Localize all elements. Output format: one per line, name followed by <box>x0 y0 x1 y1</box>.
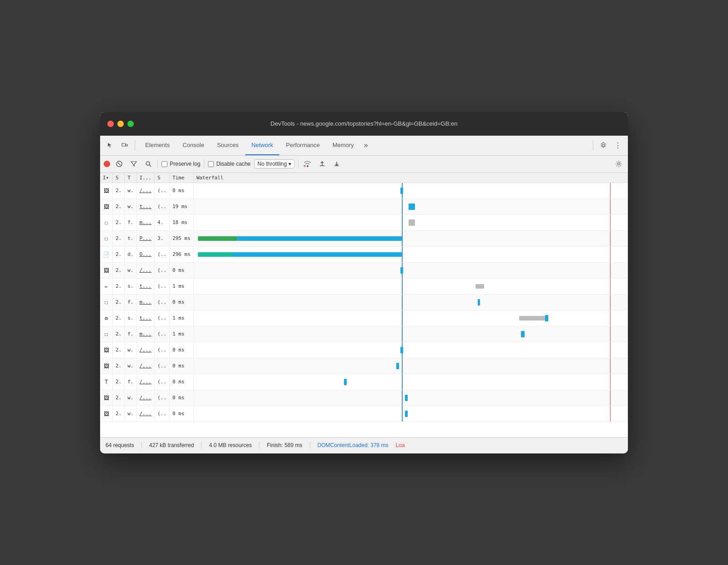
table-row[interactable]: ☐2.f.m...4.18 ms <box>100 214 628 230</box>
row-status: 2. <box>113 342 125 358</box>
cursor-tool-button[interactable] <box>104 139 116 152</box>
col-time[interactable]: Time <box>169 173 193 183</box>
tab-elements[interactable]: Elements <box>139 135 176 155</box>
col-status[interactable]: S <box>113 173 125 183</box>
load-line <box>610 247 611 262</box>
more-options-button[interactable]: ⋮ <box>612 139 624 152</box>
row-status: 2. <box>113 230 125 246</box>
table-row[interactable]: ☐2.f.m...(..1 ms <box>100 326 628 342</box>
waterfall-bar <box>400 188 403 194</box>
tab-console[interactable]: Console <box>176 135 211 155</box>
svg-line-3 <box>118 163 121 165</box>
table-row[interactable]: ☐2.t.P...3.295 ms <box>100 230 628 246</box>
row-initiator: t... <box>136 310 155 326</box>
disable-cache-checkbox[interactable]: Disable cache <box>208 161 250 167</box>
device-toggle-button[interactable] <box>118 139 131 152</box>
row-icon: 🖼 <box>100 390 113 406</box>
table-row[interactable]: 🖼2.w./...(..0 ms <box>100 342 628 358</box>
preserve-log-checkbox[interactable]: Preserve log <box>162 161 200 167</box>
row-waterfall <box>193 358 627 374</box>
row-size: (.. <box>155 406 170 422</box>
load-line <box>610 342 611 358</box>
row-type: d. <box>125 246 136 262</box>
waterfall-bar <box>521 331 525 337</box>
row-type: w. <box>125 406 136 422</box>
row-status: 2. <box>113 406 125 422</box>
row-initiator: m... <box>136 326 155 342</box>
row-icon: ⚙ <box>100 310 113 326</box>
upload-icon[interactable] <box>317 158 328 169</box>
row-icon: ☐ <box>100 214 113 230</box>
row-status: 2. <box>113 278 125 294</box>
waterfall-bar <box>475 284 484 289</box>
tab-sources[interactable]: Sources <box>211 135 245 155</box>
minimize-button[interactable] <box>117 121 124 127</box>
table-row[interactable]: 📄2.d.O...(..296 ms <box>100 246 628 262</box>
row-size: (.. <box>155 183 170 199</box>
row-icon: 🖼 <box>100 262 113 278</box>
row-size: (.. <box>155 199 170 214</box>
row-icon: ☐ <box>100 230 113 246</box>
table-row[interactable]: ⚙2.s.t...(..1 ms <box>100 310 628 326</box>
settings-button[interactable] <box>597 139 610 152</box>
table-row[interactable]: T2.f./...(..0 ms <box>100 374 628 390</box>
row-icon: 🖼 <box>100 358 113 374</box>
maximize-button[interactable] <box>127 121 134 127</box>
table-row[interactable]: 🖼2.w./...(..0 ms <box>100 390 628 406</box>
load-line <box>610 231 611 246</box>
tab-performance[interactable]: Performance <box>279 135 326 155</box>
table-row[interactable]: 🖼2.w./...(..0 ms <box>100 183 628 199</box>
table-row[interactable]: 🖼2.w./...(..0 ms <box>100 406 628 422</box>
clear-button[interactable] <box>114 158 125 169</box>
waterfall-bar <box>396 363 399 369</box>
row-status: 2. <box>113 374 125 390</box>
dom-line <box>402 390 403 406</box>
tab-network[interactable]: Network <box>245 135 280 155</box>
row-time: 1 ms <box>169 326 193 342</box>
row-waterfall <box>193 278 627 294</box>
download-icon[interactable] <box>331 158 342 169</box>
row-icon: 🖼 <box>100 183 113 199</box>
load-line <box>610 295 611 310</box>
table-row[interactable]: 🖼2.w.t...(..19 ms <box>100 199 628 214</box>
close-button[interactable] <box>107 121 114 127</box>
col-waterfall[interactable]: Waterfall <box>193 173 627 183</box>
svg-point-8 <box>618 163 620 165</box>
row-time: 295 ms <box>169 230 193 246</box>
wifi-icon[interactable] <box>302 158 313 169</box>
row-status: 2. <box>113 183 125 199</box>
throttle-select[interactable]: No throttling ▾ <box>254 159 295 168</box>
waterfall-bar <box>233 252 402 257</box>
row-initiator: m... <box>136 294 155 310</box>
col-initiator[interactable]: I... <box>136 173 155 183</box>
tab-memory[interactable]: Memory <box>326 135 360 155</box>
table-row[interactable]: ✏2.s.t...(..1 ms <box>100 278 628 294</box>
row-initiator: /... <box>136 390 155 406</box>
row-type: f. <box>125 294 136 310</box>
table-row[interactable]: 🖼2.w./...(..0 ms <box>100 358 628 374</box>
waterfall-bar <box>409 219 415 226</box>
dom-line <box>402 326 403 342</box>
row-waterfall <box>193 326 627 342</box>
row-initiator: m... <box>136 214 155 230</box>
row-icon: T <box>100 374 113 390</box>
row-time: 19 ms <box>169 199 193 214</box>
row-waterfall <box>193 262 627 278</box>
row-size: (.. <box>155 358 170 374</box>
col-size[interactable]: S <box>155 173 170 183</box>
col-type[interactable]: T <box>125 173 136 183</box>
table-row[interactable]: 🖼2.w./...(..0 ms <box>100 262 628 278</box>
record-button[interactable] <box>104 161 110 167</box>
load-line <box>610 406 611 422</box>
main-toolbar: Elements Console Sources Network Perform… <box>100 136 628 156</box>
load-line <box>610 374 611 390</box>
row-time: 0 ms <box>169 406 193 422</box>
filter-button[interactable] <box>128 158 139 169</box>
waterfall-bar <box>405 411 408 417</box>
search-button[interactable] <box>143 158 154 169</box>
network-settings-button[interactable] <box>613 158 624 169</box>
table-row[interactable]: ☐2.f.m...(..0 ms <box>100 294 628 310</box>
tab-more-button[interactable]: » <box>360 141 372 149</box>
row-waterfall <box>193 310 627 326</box>
dom-line <box>402 279 403 294</box>
